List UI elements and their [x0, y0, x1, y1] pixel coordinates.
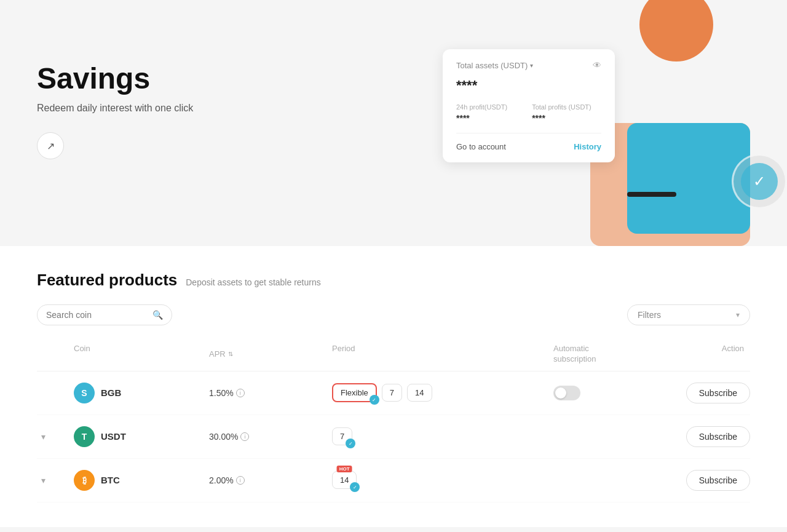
- col-coin-header: Coin: [74, 344, 209, 365]
- coin-cell-btc: ₿ BTC: [74, 470, 209, 491]
- total-profits: Total profits (USDT) ****: [532, 103, 591, 123]
- btc-apr-value: 2.00%: [209, 475, 234, 485]
- share-icon: ↗: [47, 140, 55, 152]
- usdt-icon: T: [74, 426, 95, 447]
- check-badge-7-usdt: ✓: [346, 439, 355, 448]
- main-section: Featured products Deposit assets to get …: [0, 246, 787, 527]
- period-cell-btc: HOT 14 ✓: [332, 471, 553, 489]
- usdt-apr-value: 30.00%: [209, 432, 238, 442]
- subscribe-button-btc[interactable]: Subscribe: [686, 470, 750, 491]
- table-row: ▾ T USDT 30.00% i 7 ✓ Subscribe: [37, 415, 750, 459]
- apr-cell-bgb: 1.50% i: [209, 388, 332, 398]
- total-assets-label: Total assets (USDT): [456, 61, 528, 70]
- bgb-apr-value: 1.50%: [209, 388, 234, 398]
- chevron-down-icon-btc[interactable]: ▾: [37, 474, 49, 486]
- action-cell-usdt: Subscribe: [652, 426, 750, 447]
- total-profits-label: Total profits (USDT): [532, 103, 591, 111]
- coin-cell-bgb: S BGB: [74, 383, 209, 403]
- subscribe-button-bgb[interactable]: Subscribe: [686, 383, 750, 403]
- profit-24h-label: 24h profit(USDT): [456, 103, 507, 111]
- chevron-down-icon-usdt[interactable]: ▾: [37, 431, 49, 443]
- share-button[interactable]: ↗: [37, 132, 64, 159]
- info-icon-usdt[interactable]: i: [240, 432, 249, 441]
- card-actions: Go to account History: [456, 133, 601, 151]
- period-7-bgb[interactable]: 7: [382, 384, 402, 402]
- row-toggle-usdt[interactable]: ▾: [37, 431, 74, 443]
- period-7-usdt[interactable]: 7 ✓: [332, 427, 352, 445]
- bgb-label: BGB: [101, 387, 121, 398]
- info-icon-bgb[interactable]: i: [236, 389, 245, 397]
- subscribe-button-usdt[interactable]: Subscribe: [686, 426, 750, 447]
- btc-icon: ₿: [74, 470, 95, 491]
- row-toggle-btc[interactable]: ▾: [37, 474, 74, 486]
- filter-dropdown[interactable]: Filters ▾: [627, 304, 750, 325]
- decorative-orange-circle: [639, 0, 713, 62]
- filter-label: Filters: [638, 310, 661, 320]
- action-cell-bgb: Subscribe: [652, 383, 750, 403]
- toggle-bgb[interactable]: [553, 386, 580, 400]
- apr-cell-btc: 2.00% i: [209, 475, 332, 485]
- period-14-btc[interactable]: HOT 14 ✓: [332, 471, 357, 489]
- search-input[interactable]: [46, 310, 148, 320]
- search-box[interactable]: 🔍: [37, 304, 172, 325]
- period-flexible-bgb[interactable]: Flexible ✓: [332, 383, 377, 402]
- section-header: Featured products Deposit assets to get …: [37, 271, 750, 290]
- btc-label: BTC: [101, 475, 120, 485]
- col-period-header: Period: [332, 344, 553, 365]
- profit-24h-value: ****: [456, 113, 507, 123]
- check-badge-flexible-bgb: ✓: [370, 395, 379, 405]
- card-header: Total assets (USDT) ▾ 👁: [456, 60, 601, 70]
- check-badge-14-btc: ✓: [350, 482, 360, 492]
- total-profits-value: ****: [532, 113, 591, 123]
- search-icon: 🔍: [152, 310, 163, 320]
- period-cell-bgb: Flexible ✓ 7 14: [332, 383, 553, 402]
- card-profits-row: 24h profit(USDT) **** Total profits (USD…: [456, 103, 601, 123]
- hot-badge-btc: HOT: [337, 466, 352, 472]
- coin-cell-usdt: T USDT: [74, 426, 209, 447]
- hero-section: Savings Redeem daily interest with one c…: [0, 0, 787, 246]
- action-cell-btc: Subscribe: [652, 470, 750, 491]
- toolbar: 🔍 Filters ▾: [37, 304, 750, 325]
- bgb-icon: S: [74, 383, 95, 403]
- total-assets-dropdown-icon[interactable]: ▾: [530, 62, 533, 69]
- check-circle: ✓: [732, 154, 787, 209]
- stats-card: Total assets (USDT) ▾ 👁 **** 24h profit(…: [443, 49, 615, 162]
- check-inner: ✓: [741, 163, 778, 200]
- info-icon-btc[interactable]: i: [236, 476, 245, 485]
- col-auto-subscription-header: Automatic subscription: [553, 344, 652, 365]
- table-row: ▾ ₿ BTC 2.00% i HOT 14 ✓ Subscribe: [37, 459, 750, 502]
- go-to-account-button[interactable]: Go to account: [456, 142, 506, 151]
- col-action-header: Action: [652, 344, 750, 365]
- table-row: S BGB 1.50% i Flexible ✓ 7 14 Subscribe: [37, 371, 750, 415]
- chevron-down-icon: ▾: [736, 311, 740, 319]
- section-description: Deposit assets to get stable returns: [186, 277, 320, 287]
- col-apr-header: APR ⇅: [209, 344, 332, 365]
- period-cell-usdt: 7 ✓: [332, 427, 553, 445]
- col-toggle-header: [37, 344, 74, 365]
- decorative-dash: [627, 192, 676, 197]
- usdt-label: USDT: [101, 431, 126, 442]
- section-title: Featured products: [37, 271, 177, 290]
- sort-icon[interactable]: ⇅: [228, 351, 233, 357]
- profit-24h: 24h profit(USDT) ****: [456, 103, 507, 123]
- eye-off-icon[interactable]: 👁: [593, 60, 601, 70]
- history-button[interactable]: History: [574, 142, 601, 151]
- toggle-knob-bgb: [555, 387, 566, 399]
- total-assets-value: ****: [456, 77, 601, 93]
- table-header: Coin APR ⇅ Period Automatic subscription…: [37, 338, 750, 371]
- auto-sub-bgb: [553, 386, 652, 400]
- apr-cell-usdt: 30.00% i: [209, 432, 332, 442]
- hero-visual: Total assets (USDT) ▾ 👁 **** 24h profit(…: [480, 0, 787, 246]
- period-14-bgb[interactable]: 14: [407, 384, 432, 402]
